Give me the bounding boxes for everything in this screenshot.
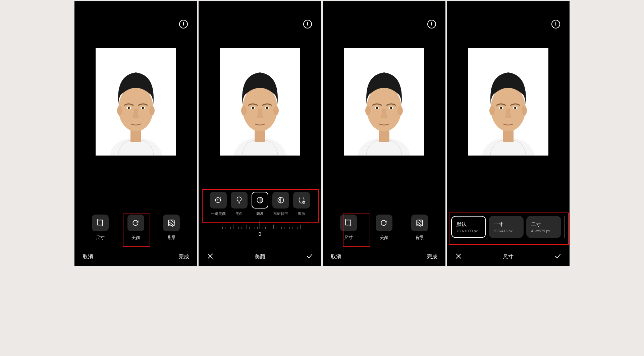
tab-size[interactable]: 尺寸 bbox=[92, 215, 109, 241]
smooth-icon bbox=[256, 196, 264, 204]
tab-background-label: 背景 bbox=[415, 235, 424, 241]
tab-beauty[interactable]: 美颜 bbox=[127, 215, 144, 241]
svg-point-24 bbox=[279, 199, 280, 199]
background-icon bbox=[167, 219, 176, 227]
svg-point-35 bbox=[390, 107, 392, 109]
svg-point-30 bbox=[365, 106, 371, 115]
portrait-photo bbox=[220, 55, 300, 156]
footer-bar: 取消 完成 bbox=[323, 247, 445, 266]
panel-title: 美颜 bbox=[255, 253, 265, 260]
beauty-icon bbox=[131, 219, 140, 227]
svg-point-45 bbox=[500, 107, 502, 109]
svg-point-25 bbox=[279, 201, 279, 201]
one-key-beauty-icon bbox=[214, 196, 223, 204]
screen-beauty: 一键美颜 美白 磨皮 祛斑祛痘 瘦脸 0 bbox=[199, 1, 321, 266]
photo-preview[interactable] bbox=[468, 48, 548, 156]
svg-point-3 bbox=[117, 106, 122, 115]
close-button[interactable] bbox=[207, 252, 214, 261]
size-chip-default[interactable]: 默认 750x1000 px bbox=[451, 216, 486, 238]
svg-point-42 bbox=[489, 106, 495, 115]
scroll-indicator bbox=[564, 216, 565, 238]
chip-name: 一寸 bbox=[493, 221, 519, 228]
background-icon bbox=[415, 219, 424, 227]
chip-dimensions: 295x413 px bbox=[493, 229, 519, 233]
chip-dimensions: 750x1000 px bbox=[457, 229, 481, 233]
screen-size: 默认 750x1000 px 一寸 295x413 px 二寸 413x579 … bbox=[447, 1, 570, 266]
done-button[interactable]: 完成 bbox=[178, 253, 189, 260]
photo-preview[interactable] bbox=[220, 48, 300, 156]
portrait-photo bbox=[468, 55, 548, 156]
svg-point-47 bbox=[514, 107, 516, 109]
portrait-photo bbox=[344, 55, 424, 156]
svg-point-8 bbox=[142, 107, 144, 109]
chip-dimensions: 413x579 px bbox=[531, 229, 556, 233]
footer-bar: 尺寸 bbox=[447, 247, 570, 266]
filter-spot-removal[interactable]: 祛斑祛痘 bbox=[272, 192, 289, 216]
done-button[interactable]: 完成 bbox=[427, 253, 437, 260]
svg-point-10 bbox=[137, 222, 137, 222]
photo-preview[interactable] bbox=[344, 48, 424, 156]
tab-size-label: 尺寸 bbox=[344, 235, 353, 241]
crop-icon bbox=[344, 219, 353, 227]
intensity-slider[interactable]: 0 bbox=[218, 223, 302, 237]
info-icon[interactable] bbox=[551, 20, 560, 28]
tab-background[interactable]: 背景 bbox=[411, 215, 428, 241]
crop-icon bbox=[96, 219, 105, 227]
cancel-button[interactable]: 取消 bbox=[331, 253, 341, 260]
svg-point-36 bbox=[381, 220, 386, 225]
slider-value: 0 bbox=[259, 231, 261, 237]
filter-one-key-beauty[interactable]: 一键美颜 bbox=[210, 192, 227, 216]
info-icon[interactable] bbox=[427, 20, 436, 28]
tab-size[interactable]: 尺寸 bbox=[340, 215, 357, 241]
portrait-photo bbox=[96, 55, 176, 156]
tab-beauty-label: 美颜 bbox=[380, 235, 388, 241]
filter-label: 磨皮 bbox=[256, 211, 264, 216]
svg-point-4 bbox=[149, 106, 155, 115]
close-icon bbox=[207, 252, 214, 260]
svg-point-6 bbox=[128, 107, 130, 109]
chip-name: 二寸 bbox=[531, 221, 556, 228]
confirm-button[interactable] bbox=[554, 252, 561, 261]
info-icon[interactable] bbox=[303, 20, 312, 28]
filter-label: 一键美颜 bbox=[211, 211, 226, 216]
chip-name: 默认 bbox=[457, 221, 481, 228]
filter-label: 瘦脸 bbox=[298, 211, 305, 216]
tab-background[interactable]: 背景 bbox=[163, 215, 180, 241]
check-icon bbox=[306, 252, 313, 260]
filter-label: 美白 bbox=[235, 211, 243, 216]
check-icon bbox=[554, 252, 561, 260]
svg-point-37 bbox=[385, 222, 385, 222]
panel-title: 尺寸 bbox=[503, 253, 514, 260]
svg-point-20 bbox=[266, 107, 268, 109]
filter-label: 祛斑祛痘 bbox=[273, 211, 288, 216]
size-chip-one-inch[interactable]: 一寸 295x413 px bbox=[489, 216, 524, 238]
filter-whiten[interactable]: 美白 bbox=[231, 192, 248, 216]
slider-knob[interactable] bbox=[260, 221, 260, 229]
svg-point-33 bbox=[376, 107, 378, 109]
svg-point-18 bbox=[252, 107, 254, 109]
filter-slim-face[interactable]: 瘦脸 bbox=[293, 192, 310, 216]
svg-point-43 bbox=[522, 106, 527, 115]
slim-icon bbox=[297, 196, 306, 204]
tab-size-label: 尺寸 bbox=[96, 235, 105, 241]
svg-point-31 bbox=[397, 106, 403, 115]
svg-point-15 bbox=[241, 106, 247, 115]
tab-background-label: 背景 bbox=[167, 235, 176, 241]
beauty-icon bbox=[380, 219, 388, 227]
spot-icon bbox=[276, 196, 285, 204]
confirm-button[interactable] bbox=[306, 252, 313, 261]
size-chip-two-inch[interactable]: 二寸 413x579 px bbox=[526, 216, 561, 238]
filter-smooth[interactable]: 磨皮 bbox=[252, 192, 268, 216]
cancel-button[interactable]: 取消 bbox=[83, 253, 93, 260]
screen-main-size: 尺寸 美颜 背景 取消 完成 bbox=[323, 1, 445, 266]
tab-beauty-label: 美颜 bbox=[131, 235, 140, 241]
whiten-icon bbox=[235, 196, 244, 204]
info-icon[interactable] bbox=[179, 20, 188, 28]
screen-main: 尺寸 美颜 背景 取消 完成 bbox=[74, 1, 197, 266]
svg-point-16 bbox=[273, 106, 279, 115]
close-button[interactable] bbox=[455, 252, 462, 261]
svg-point-9 bbox=[133, 220, 138, 225]
tab-beauty[interactable]: 美颜 bbox=[376, 215, 392, 241]
close-icon bbox=[455, 252, 462, 260]
photo-preview[interactable] bbox=[96, 48, 176, 156]
